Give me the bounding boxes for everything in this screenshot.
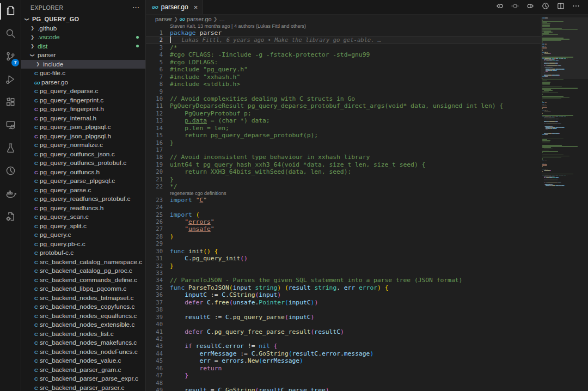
file-item-pg-query-fingerprint-c[interactable]: Cpg_query_fingerprint.c [21,96,145,105]
tab-parser-go[interactable]: GO parser.go × [146,0,203,14]
code-line-20[interactable]: 20 return XXH3_64bits_withSeed(data, len… [146,168,588,175]
code-line-31[interactable]: 31 C.pg_query_init() [146,255,588,262]
code-line-45[interactable]: 45 err = errors.New(errMessage) [146,357,588,364]
code-line-40[interactable]: 40 [146,321,588,328]
file-item-src-backend-libpq-pqcomm-c[interactable]: Csrc_backend_libpq_pqcomm.c [21,284,145,294]
code-line-30[interactable]: 30func init() { [146,248,588,255]
breadcrumb-item[interactable]: … [219,16,225,22]
gitlens-graph-button[interactable] [539,1,552,14]
file-item-src-backend-catalog-namespace-c[interactable]: Csrc_backend_catalog_namespace.c [21,258,145,267]
file-item-parser-go[interactable]: GOparser.go [21,78,145,87]
code-line-24[interactable]: 24 [146,204,588,211]
code-line-41[interactable]: 41 defer C.pg_query_free_parse_result(re… [146,328,588,335]
code-line-3[interactable]: 3/* [146,44,588,51]
code-line-5[interactable]: 5#cgo LDFLAGS: [146,59,588,66]
code-editor[interactable]: Steven Kalt, 13 months ago | 4 authors (… [146,23,588,391]
split-editor-button[interactable] [554,1,567,14]
codelens[interactable]: Steven Kalt, 13 months ago | 4 authors (… [146,23,588,29]
file-item-pg-query-scan-c[interactable]: Cpg_query_scan.c [21,212,145,222]
code-line-7[interactable]: 7#include "xxhash.h" [146,74,588,81]
breadcrumb-item[interactable]: GOparser.go [180,16,212,22]
code-line-33[interactable]: 33 [146,270,588,277]
activity-gitlens[interactable] [0,160,21,183]
file-item-pg-query-parse-plpgsql-c[interactable]: Cpg_query_parse_plpgsql.c [21,176,145,186]
activity-remote-explorer[interactable] [0,114,21,137]
folder-item-parser[interactable]: ❯parser [21,51,145,60]
activity-run-and-debug[interactable] [0,69,21,91]
file-item-pg-query-outfuncs-json-c[interactable]: Cpg_query_outfuncs_json.c [21,150,145,159]
code-line-34[interactable]: 34// ParseToJSON - Parses the given SQL … [146,277,588,284]
code-line-19[interactable]: 19uint64_t pg_query_hash_xxh3_64(void *d… [146,161,588,168]
code-line-6[interactable]: 6#include "pg_query.h" [146,66,588,73]
gitlens-changes-button[interactable] [524,1,537,14]
file-item-pg-query-c[interactable]: Cpg_query.c [21,230,145,240]
file-item-pg-query-readfuncs-protobuf-c[interactable]: Cpg_query_readfuncs_protobuf.c [21,194,145,204]
code-line-11[interactable]: 11PgQueryDeparseResult pg_query_deparse_… [146,102,588,109]
code-line-48[interactable]: 48 [146,380,588,387]
file-item-src-backend-parser-parser-c[interactable]: Csrc_backend_parser_parser.c [21,383,145,391]
code-line-36[interactable]: 36 inputC := C.CString(input) [146,291,588,298]
code-line-18[interactable]: 18// Avoid inconsistent type behaviour i… [146,154,588,161]
file-item-src-backend-catalog-pg-proc-c[interactable]: Csrc_backend_catalog_pg_proc.c [21,266,145,276]
code-line-8[interactable]: 8#include <stdlib.h> [146,81,588,88]
code-line-44[interactable]: 44 errMessage := C.GoString(resultC.erro… [146,350,588,357]
code-line-35[interactable]: 35func ParseToJSON(input string) (result… [146,284,588,291]
code-line-49[interactable]: 49 result = C.GoString(resultC.parse_tre… [146,387,588,391]
activity-explorer[interactable] [0,0,21,23]
code-line-22[interactable]: 22*/ [146,183,588,190]
folder-item-pg-query-go[interactable]: ❯PG_QUERY_GO [21,15,145,24]
file-item-pg-query-json-plpgsql-h[interactable]: Cpg_query_json_plpgsql.h [21,132,145,141]
more-actions-button[interactable] [569,1,583,14]
code-line-27[interactable]: 27 "unsafe" [146,225,588,233]
codelens[interactable]: regenerate cgo definitions [146,191,588,197]
file-item-pg-query-deparse-c[interactable]: Cpg_query_deparse.c [21,87,145,96]
code-line-1[interactable]: 1package parser [146,29,588,36]
file-item-src-backend-nodes-value-c[interactable]: Csrc_backend_nodes_value.c [21,356,145,365]
code-line-16[interactable]: 16} [146,139,588,146]
minimap[interactable] [541,17,588,391]
code-line-9[interactable]: 9 [146,88,588,95]
explorer-more-actions-icon[interactable]: ⋯ [132,3,140,11]
code-line-17[interactable]: 17 [146,146,588,154]
code-line-38[interactable]: 38 [146,306,588,313]
code-line-25[interactable]: 25import ( [146,211,588,218]
code-line-43[interactable]: 43 if resultC.error != nil { [146,343,588,350]
file-item-guc-file-c[interactable]: Cguc-file.c [21,69,145,78]
file-item-pg-query-pb-c-c[interactable]: Cpg_query.pb-c.c [21,240,145,249]
file-item-src-backend-nodes-makefuncs-c[interactable]: Csrc_backend_nodes_makefuncs.c [21,338,145,347]
activity-search[interactable] [0,23,21,46]
code-line-2[interactable]: 2Lukas Fittl, 6 years ago • Make the lib… [146,36,588,44]
file-item-src-backend-parser-gram-c[interactable]: Csrc_backend_parser_gram.c [21,365,145,375]
close-tab-icon[interactable]: × [194,4,198,11]
file-item-pg-query-split-c[interactable]: Cpg_query_split.c [21,222,145,231]
file-item-src-backend-nodes-extensible-c[interactable]: Csrc_backend_nodes_extensible.c [21,320,145,329]
activity-source-control[interactable]: 7 [0,46,21,69]
folder-item-dist[interactable]: ❯dist [21,42,145,51]
code-line-46[interactable]: 46 return [146,365,588,372]
file-item-pg-query-normalize-c[interactable]: Cpg_query_normalize.c [21,140,145,150]
activity-testing[interactable] [0,137,21,160]
file-item-src-backend-nodes-list-c[interactable]: Csrc_backend_nodes_list.c [21,329,145,339]
file-item-pg-query-json-plpgsql-c[interactable]: Cpg_query_json_plpgsql.c [21,123,145,132]
code-line-32[interactable]: 32} [146,262,588,270]
file-item-src-backend-commands-define-c[interactable]: Csrc_backend_commands_define.c [21,276,145,285]
code-line-39[interactable]: 39 resultC := C.pg_query_parse(inputC) [146,314,588,321]
file-item-src-backend-nodes-copyfuncs-c[interactable]: Csrc_backend_nodes_copyfuncs.c [21,302,145,311]
file-item-protobuf-c-c[interactable]: Cprotobuf-c.c [21,248,145,258]
gitlens-file-annotations-button[interactable] [493,1,506,14]
file-item-pg-query-outfuncs-h[interactable]: Cpg_query_outfuncs.h [21,168,145,177]
file-item-src-backend-parser-parse-expr-c[interactable]: Csrc_backend_parser_parse_expr.c [21,374,145,383]
code-line-15[interactable]: 15 return pg_query_deparse_protobuf(p); [146,132,588,139]
folder-item--vscode[interactable]: ❯.vscode [21,33,145,42]
activity-file-settings[interactable] [0,206,21,229]
code-line-28[interactable]: 28) [146,233,588,240]
breadcrumb-item[interactable]: parser [155,16,172,22]
code-line-13[interactable]: 13 p.data = (char *) data; [146,117,588,124]
code-line-10[interactable]: 10// Avoid complexities dealing with C s… [146,95,588,102]
code-line-47[interactable]: 47 } [146,372,588,379]
file-item-src-backend-nodes-equalfuncs-c[interactable]: Csrc_backend_nodes_equalfuncs.c [21,311,145,321]
code-line-26[interactable]: 26 "errors" [146,218,588,225]
code-line-37[interactable]: 37 defer C.free(unsafe.Pointer(inputC)) [146,299,588,306]
file-item-pg-query-fingerprint-h[interactable]: Cpg_query_fingerprint.h [21,105,145,114]
gitlens-heatmap-button[interactable] [509,1,522,14]
